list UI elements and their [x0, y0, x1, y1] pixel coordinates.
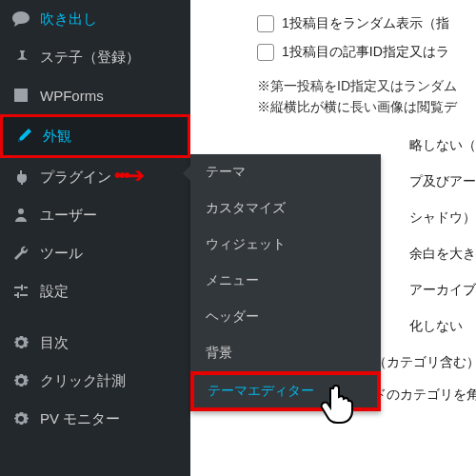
plugin-icon — [11, 168, 30, 187]
submenu-item-widgets[interactable]: ウィジェット — [190, 227, 381, 263]
annotation-arrow: •••➔ — [114, 164, 143, 187]
speech-icon — [11, 10, 30, 29]
sidebar-item-suteko[interactable]: ステ子（登録） — [0, 38, 190, 76]
wpforms-icon — [11, 86, 30, 105]
sidebar-item-appearance[interactable]: 外観 — [0, 114, 190, 158]
sidebar-item-label: 目次 — [40, 334, 69, 352]
sidebar-item-settings[interactable]: 設定 — [0, 272, 190, 310]
option-label: 1投稿目をランダム表示（指 — [282, 15, 449, 32]
sidebar-item-label: ユーザー — [40, 207, 97, 225]
brush-icon — [14, 127, 33, 146]
text-fragment: 余白を大きく — [409, 246, 476, 263]
sliders-icon — [11, 282, 30, 301]
note-text: ※第一投稿をID指定又はランダム — [257, 76, 476, 97]
wrench-icon — [11, 244, 30, 263]
text-fragment: 略しない（※ — [409, 137, 476, 154]
submenu-item-background[interactable]: 背景 — [190, 335, 381, 371]
checkbox[interactable] — [257, 44, 274, 61]
text-fragment: プ及びアーカ — [409, 173, 476, 190]
sidebar-item-wpforms[interactable]: WPForms — [0, 76, 190, 114]
sidebar-item-label: クリック計測 — [40, 372, 126, 390]
sidebar-item-label: ステ子（登録） — [40, 49, 140, 67]
sidebar-item-toc[interactable]: 目次 — [0, 324, 190, 362]
sidebar-item-plugins[interactable]: プラグイン — [0, 158, 190, 196]
gear-icon — [11, 371, 30, 390]
pin-icon — [11, 48, 30, 67]
admin-sidebar: 吹き出し ステ子（登録） WPForms 外観 プラグイン ユーザー ツール 設… — [0, 0, 190, 476]
submenu-item-menus[interactable]: メニュー — [190, 263, 381, 299]
sidebar-item-label: PV モニター — [40, 410, 120, 428]
note-text: ※縦横比が横に長い画像は閲覧デ — [257, 97, 476, 118]
sidebar-item-label: WPForms — [40, 88, 104, 104]
gear-icon — [11, 333, 30, 352]
submenu-item-themes[interactable]: テーマ — [190, 154, 381, 190]
sidebar-item-label: 吹き出し — [40, 10, 97, 29]
submenu-item-header[interactable]: ヘッダー — [190, 299, 381, 335]
sidebar-item-fukidashi[interactable]: 吹き出し — [0, 0, 190, 38]
appearance-submenu: テーマ カスタマイズ ウィジェット メニュー ヘッダー 背景 テーマエディター — [190, 154, 381, 411]
gear-icon — [11, 409, 30, 428]
option-label: 1投稿目の記事ID指定又はラ — [282, 44, 449, 61]
users-icon — [11, 206, 30, 225]
sidebar-item-label: 外観 — [43, 128, 71, 146]
sidebar-item-label: プラグイン — [40, 169, 111, 187]
sidebar-item-users[interactable]: ユーザー — [0, 196, 190, 234]
submenu-item-customize[interactable]: カスタマイズ — [190, 190, 381, 227]
checkbox[interactable] — [257, 15, 274, 32]
sidebar-item-label: ツール — [40, 245, 83, 263]
sidebar-item-tools[interactable]: ツール — [0, 234, 190, 272]
sidebar-item-label: 設定 — [40, 283, 69, 301]
text-fragment: 化しない — [409, 318, 463, 335]
sidebar-item-pvmonitor[interactable]: PV モニター — [0, 400, 190, 438]
text-fragment: シャドウ）を — [409, 209, 476, 227]
text-fragment: アーカイブタ — [409, 282, 476, 299]
submenu-item-theme-editor[interactable]: テーマエディター — [190, 371, 381, 411]
sidebar-item-click[interactable]: クリック計測 — [0, 362, 190, 400]
